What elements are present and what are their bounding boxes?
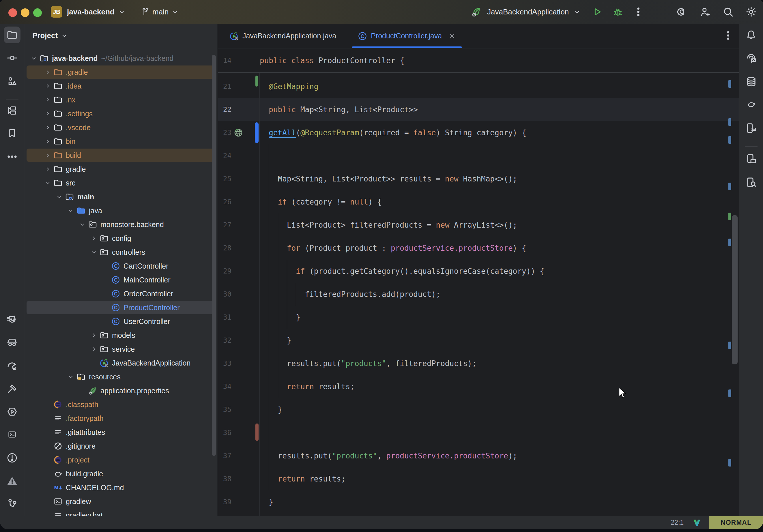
tree-item-src[interactable]: src bbox=[24, 176, 217, 190]
tree-item-controllers[interactable]: controllers bbox=[24, 245, 217, 259]
debug-button[interactable] bbox=[612, 6, 624, 18]
tree-item-usercontroller[interactable]: CUserController bbox=[24, 314, 217, 328]
project-folder-icon[interactable] bbox=[4, 27, 21, 43]
chevron-right-icon[interactable] bbox=[43, 165, 53, 173]
line-number[interactable]: 26 bbox=[218, 190, 231, 213]
structure-shapes-icon[interactable] bbox=[4, 73, 21, 90]
line-number[interactable]: 14 bbox=[218, 49, 231, 73]
tool-structure-icon[interactable] bbox=[4, 102, 21, 119]
tree-item-main[interactable]: main bbox=[24, 190, 217, 204]
code-line-30[interactable]: 30 filteredProducts.add(product); bbox=[218, 283, 739, 306]
bookmark-icon[interactable] bbox=[4, 125, 21, 142]
tree-item-gradle[interactable]: gradle bbox=[24, 162, 217, 176]
tree-item-gradlew[interactable]: gradlew bbox=[24, 494, 217, 508]
chevron-right-icon[interactable] bbox=[89, 332, 99, 339]
editor-scrollbar[interactable] bbox=[732, 215, 738, 365]
chevron-right-icon[interactable] bbox=[43, 110, 53, 117]
line-number[interactable]: 36 bbox=[218, 421, 231, 444]
line-number[interactable]: 22 bbox=[218, 98, 231, 121]
error-stripe-mark[interactable] bbox=[728, 118, 731, 126]
device-explorer-icon[interactable] bbox=[743, 174, 760, 191]
close-window-button[interactable] bbox=[8, 8, 17, 17]
chevron-right-icon[interactable] bbox=[43, 82, 53, 90]
tree-item-cartcontroller[interactable]: CCartController bbox=[24, 259, 217, 273]
code-line-26[interactable]: 26 if (category != null) { bbox=[218, 190, 739, 213]
run-button[interactable] bbox=[591, 6, 603, 18]
tree-item--vscode[interactable]: .vscode bbox=[24, 121, 217, 135]
chevron-down-icon[interactable] bbox=[573, 8, 582, 16]
terminal-icon[interactable] bbox=[4, 426, 21, 443]
build-hammer-icon[interactable] bbox=[4, 380, 21, 397]
line-number[interactable]: 33 bbox=[218, 352, 231, 375]
gradle-elephant-icon[interactable] bbox=[743, 96, 760, 113]
tree-item--gitattributes[interactable]: .gitattributes bbox=[24, 425, 217, 439]
line-number[interactable]: 31 bbox=[218, 306, 231, 329]
line-number[interactable]: 39 bbox=[218, 490, 231, 513]
code-line-36[interactable]: 36 bbox=[218, 421, 739, 444]
chevron-right-icon[interactable] bbox=[43, 96, 53, 104]
commit-icon[interactable] bbox=[4, 50, 21, 66]
error-stripe-mark[interactable] bbox=[728, 183, 731, 190]
tree-item-build[interactable]: build bbox=[24, 148, 217, 162]
code-line-24[interactable]: 24 bbox=[218, 144, 739, 167]
code-line-31[interactable]: 31 } bbox=[218, 306, 739, 329]
device-window-icon[interactable] bbox=[743, 151, 760, 167]
code-line[interactable]: public class ProductController { bbox=[260, 49, 404, 73]
minimize-window-button[interactable] bbox=[21, 8, 30, 17]
tree-item--classpath[interactable]: .classpath bbox=[24, 397, 217, 411]
tree-item--nx[interactable]: .nx bbox=[24, 93, 217, 107]
profiler-gauge-icon[interactable] bbox=[4, 358, 21, 374]
project-widget[interactable]: JB java-backend bbox=[51, 0, 126, 24]
chevron-down-icon[interactable] bbox=[43, 179, 53, 187]
line-number[interactable]: 23 bbox=[218, 121, 231, 144]
tree-item-models[interactable]: models bbox=[24, 328, 217, 342]
chevron-down-icon[interactable] bbox=[77, 221, 87, 228]
chevron-right-icon[interactable] bbox=[43, 124, 53, 131]
git-branch-icon[interactable] bbox=[4, 495, 21, 512]
code-line-35[interactable]: 35 } bbox=[218, 398, 739, 421]
tree-item-service[interactable]: service bbox=[24, 342, 217, 356]
line-number[interactable]: 21 bbox=[218, 75, 231, 98]
code-line-25[interactable]: 25 Map<String, List<Product>> results = … bbox=[218, 167, 739, 190]
line-number[interactable]: 38 bbox=[218, 468, 231, 490]
code-line-27[interactable]: 27 List<Product> filteredProducts = new … bbox=[218, 213, 739, 237]
code-line-21[interactable]: 21 @GetMapping bbox=[218, 75, 739, 98]
search-icon[interactable] bbox=[722, 6, 734, 18]
device-android-icon[interactable] bbox=[743, 120, 760, 137]
tree-item-bin[interactable]: bin bbox=[24, 135, 217, 148]
tree-item--factorypath[interactable]: .factorypath bbox=[24, 411, 217, 425]
zoom-window-button[interactable] bbox=[33, 8, 42, 17]
rest-endpoint-globe-icon[interactable] bbox=[233, 128, 244, 139]
line-number[interactable]: 32 bbox=[218, 329, 231, 352]
tree-item--settings[interactable]: .settings bbox=[24, 107, 217, 121]
more-dots-icon[interactable] bbox=[4, 148, 21, 165]
error-stripe-mark[interactable] bbox=[728, 239, 731, 246]
ai-chat-icon[interactable] bbox=[743, 50, 760, 67]
chevron-right-icon[interactable] bbox=[89, 345, 99, 353]
line-number[interactable]: 25 bbox=[218, 167, 231, 190]
ai-assistant-icon[interactable] bbox=[676, 6, 688, 18]
caret-position[interactable]: 22:1 bbox=[671, 519, 684, 527]
chevron-down-icon[interactable] bbox=[66, 207, 76, 214]
database-icon[interactable] bbox=[743, 73, 760, 90]
chevron-right-icon[interactable] bbox=[43, 138, 53, 145]
tree-item-resources[interactable]: resources bbox=[24, 370, 217, 384]
chevron-right-icon[interactable] bbox=[43, 152, 53, 159]
tab-productcontroller-java[interactable]: CProductController.java bbox=[351, 24, 463, 48]
error-stripe-mark[interactable] bbox=[728, 213, 731, 220]
chevron-down-icon[interactable] bbox=[89, 249, 99, 256]
warning-triangle-icon[interactable] bbox=[4, 473, 21, 489]
tree-item--gradle[interactable]: .gradle bbox=[24, 65, 217, 79]
copilot-cat-icon[interactable] bbox=[4, 311, 21, 328]
incognito-icon[interactable] bbox=[4, 334, 21, 351]
tree-item-gradlew-bat[interactable]: gradlew.bat bbox=[24, 508, 217, 516]
code-line-22[interactable]: 22 public Map<String, List<Product>> bbox=[218, 98, 739, 121]
error-stripe-mark[interactable] bbox=[728, 342, 731, 349]
error-stripe-mark[interactable] bbox=[728, 389, 731, 397]
tree-item--idea[interactable]: .idea bbox=[24, 79, 217, 93]
chevron-right-icon[interactable] bbox=[89, 235, 99, 242]
tree-item-ordercontroller[interactable]: COrderController bbox=[24, 287, 217, 301]
line-number[interactable]: 27 bbox=[218, 213, 231, 237]
tree-item--project[interactable]: .project bbox=[24, 453, 217, 467]
close-icon[interactable] bbox=[448, 32, 456, 40]
